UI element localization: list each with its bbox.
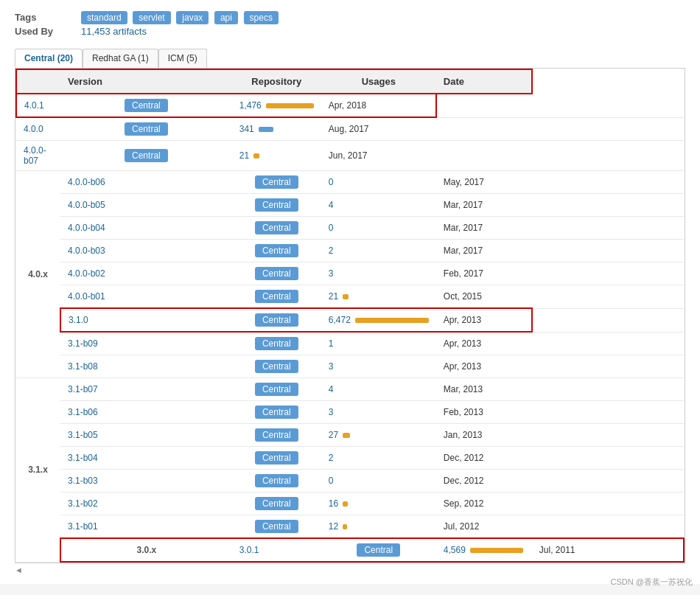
- version-link[interactable]: 4.0.0-b07: [24, 145, 46, 166]
- usage-bar: [343, 294, 349, 299]
- tag-specs[interactable]: specs: [244, 11, 279, 24]
- version-link[interactable]: 3.1-b07: [68, 384, 98, 394]
- repo-badge[interactable]: Central: [125, 149, 168, 162]
- usages-cell: 4: [321, 378, 436, 401]
- version-link[interactable]: 3.0.1: [239, 545, 259, 555]
- repo-badge[interactable]: Central: [255, 520, 298, 533]
- version-link[interactable]: 4.0.0-b05: [68, 200, 105, 210]
- date-cell: Sep, 2012: [436, 493, 532, 515]
- usage-link[interactable]: 2: [329, 453, 334, 463]
- tab-icm[interactable]: ICM (5): [158, 49, 207, 68]
- repo-badge[interactable]: Central: [255, 428, 298, 442]
- version-link[interactable]: 3.1-b09: [68, 338, 98, 349]
- usage-link[interactable]: 3: [329, 407, 334, 417]
- tags-container: standard servlet javax api specs: [81, 12, 281, 23]
- usage-link[interactable]: 0: [329, 177, 334, 187]
- usage-bar: [259, 127, 273, 132]
- date-cell: Apr, 2018: [321, 94, 436, 117]
- usage-link[interactable]: 0: [329, 223, 334, 233]
- repo-badge[interactable]: Central: [255, 221, 298, 234]
- usage-link[interactable]: 6,472: [329, 315, 351, 325]
- repo-cell: Central: [232, 171, 321, 194]
- version-link[interactable]: 4.0.0-b03: [68, 246, 105, 256]
- usage-link[interactable]: 1: [329, 338, 334, 349]
- repo-badge[interactable]: Central: [255, 267, 298, 280]
- version-link[interactable]: 4.0.0-b01: [68, 291, 105, 302]
- repo-badge[interactable]: Central: [255, 290, 298, 303]
- repo-badge[interactable]: Central: [255, 406, 298, 419]
- repo-cell: Central: [321, 538, 436, 562]
- version-link[interactable]: 3.1-b05: [68, 430, 98, 440]
- version-cell: 4.0.0-b07: [16, 141, 60, 171]
- version-link[interactable]: 4.0.0: [24, 124, 43, 134]
- repo-badge[interactable]: Central: [255, 474, 298, 487]
- tabs-bar: Central (20) Redhat GA (1) ICM (5): [0, 49, 700, 68]
- version-cell: 4.0.0: [16, 117, 60, 141]
- usages-cell: 1,476: [232, 94, 321, 117]
- repo-cell: Central: [232, 515, 321, 539]
- version-link[interactable]: 4.0.1: [24, 100, 44, 111]
- usage-link[interactable]: 4: [329, 384, 334, 394]
- date-cell: Mar, 2017: [436, 217, 532, 240]
- usage-link[interactable]: 12: [329, 521, 338, 532]
- versions-table-container: Version Repository Usages Date 4.0.1Cent…: [15, 68, 685, 563]
- version-link[interactable]: 4.0.0-b06: [68, 177, 105, 187]
- version-link[interactable]: 3.1-b01: [68, 521, 98, 532]
- tab-redhat[interactable]: Redhat GA (1): [83, 49, 158, 68]
- repo-badge[interactable]: Central: [255, 497, 298, 510]
- repo-badge[interactable]: Central: [125, 99, 168, 112]
- version-cell: 3.1-b05: [60, 424, 232, 447]
- repo-badge[interactable]: Central: [255, 313, 298, 327]
- repo-badge[interactable]: Central: [357, 543, 400, 557]
- group-label-cell: 3.1.x: [16, 378, 60, 563]
- tag-servlet[interactable]: servlet: [133, 11, 170, 24]
- usage-link[interactable]: 21: [329, 291, 338, 302]
- usage-link[interactable]: 4,569: [444, 545, 466, 555]
- watermark: CSDN @香蕉一苏祝化: [611, 577, 693, 584]
- usage-link[interactable]: 3: [329, 361, 334, 372]
- date-cell: Jun, 2017: [321, 141, 436, 171]
- version-link[interactable]: 3.1-b02: [68, 498, 98, 509]
- repo-badge[interactable]: Central: [255, 175, 298, 189]
- repo-badge[interactable]: Central: [255, 198, 298, 212]
- used-by-link[interactable]: 11,453 artifacts: [81, 26, 147, 37]
- tab-central[interactable]: Central (20): [15, 49, 83, 68]
- repo-badge[interactable]: Central: [255, 244, 298, 257]
- version-link[interactable]: 4.0.0-b02: [68, 268, 105, 279]
- repo-cell: Central: [232, 308, 321, 332]
- usages-cell: 27: [321, 424, 436, 447]
- version-link[interactable]: 3.1-b08: [68, 361, 98, 372]
- usage-link[interactable]: 0: [329, 476, 334, 486]
- table-row: 4.0.1Central1,476Apr, 2018: [16, 94, 684, 117]
- version-link[interactable]: 3.1-b06: [68, 407, 98, 417]
- version-link[interactable]: 4.0.0-b04: [68, 223, 105, 233]
- usage-link[interactable]: 16: [329, 498, 338, 509]
- table-header-row: Version Repository Usages Date: [16, 69, 684, 94]
- usages-cell: 0: [321, 470, 436, 493]
- date-cell: Oct, 2015: [436, 285, 532, 309]
- version-cell: 4.0.0-b02: [60, 262, 232, 285]
- repo-badge[interactable]: Central: [255, 360, 298, 373]
- repo-badge[interactable]: Central: [255, 337, 298, 350]
- scroll-hint: ◄: [0, 563, 700, 577]
- repo-badge[interactable]: Central: [255, 451, 298, 464]
- table-row: 3.1-b01Central12Jul, 2012: [16, 515, 684, 539]
- version-link[interactable]: 3.1-b04: [68, 453, 98, 463]
- version-link[interactable]: 3.1.0: [69, 315, 88, 325]
- repo-badge[interactable]: Central: [125, 122, 168, 136]
- tag-standard[interactable]: standard: [81, 11, 127, 24]
- tag-api[interactable]: api: [214, 11, 238, 24]
- usage-bar: [343, 433, 350, 438]
- version-link[interactable]: 3.1-b03: [68, 476, 98, 486]
- repo-badge[interactable]: Central: [255, 383, 298, 396]
- tag-javax[interactable]: javax: [176, 11, 209, 24]
- usage-link[interactable]: 2: [329, 246, 334, 256]
- col-version: Version: [60, 69, 232, 94]
- usage-link[interactable]: 21: [239, 150, 249, 161]
- date-cell: Apr, 2013: [436, 308, 532, 332]
- usage-link[interactable]: 341: [239, 124, 254, 134]
- usage-link[interactable]: 27: [329, 430, 338, 440]
- usage-link[interactable]: 4: [329, 200, 334, 210]
- usage-link[interactable]: 1,476: [239, 100, 262, 111]
- usage-link[interactable]: 3: [329, 268, 334, 279]
